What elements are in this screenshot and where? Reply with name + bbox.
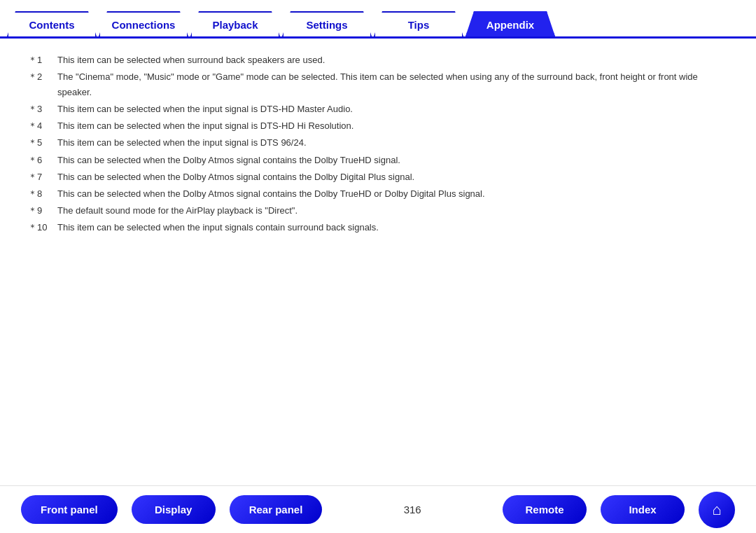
footnote-text-9: The default sound mode for the AirPlay p… <box>57 203 298 219</box>
footnote-text-3: This item can be selected when the input… <box>57 102 353 117</box>
bottom-nav-right: Remote Index ⌂ <box>503 492 735 528</box>
footnote-marker-3: ＊3 <box>28 102 57 117</box>
footnote-text-2: The "Cinema" mode, "Music" mode or "Game… <box>57 69 728 100</box>
footnote-marker-2: ＊2 <box>28 69 57 85</box>
footnote-2: ＊2 The "Cinema" mode, "Music" mode or "G… <box>28 69 728 100</box>
footnote-marker-5: ＊5 <box>28 135 57 151</box>
footnote-marker-1: ＊1 <box>28 53 57 68</box>
footnote-1: ＊1 This item can be selected when surrou… <box>28 53 728 68</box>
home-icon: ⌂ <box>712 501 721 519</box>
tab-playback[interactable]: Playback <box>190 11 280 36</box>
home-button[interactable]: ⌂ <box>699 492 735 528</box>
tab-contents[interactable]: Contents <box>7 11 97 36</box>
footnote-text-10: This item can be selected when the input… <box>57 220 379 235</box>
footnote-marker-4: ＊4 <box>28 118 57 134</box>
footnote-text-1: This item can be selected when surround … <box>57 53 325 68</box>
footnote-text-8: This can be selected when the Dolby Atmo… <box>57 186 485 202</box>
display-button[interactable]: Display <box>132 495 216 524</box>
tab-settings[interactable]: Settings <box>282 11 372 36</box>
bottom-nav-bar: Front panel Display Rear panel 316 Remot… <box>0 485 756 533</box>
main-content: ＊1 This item can be selected when surrou… <box>0 39 756 251</box>
footnote-text-5: This item can be selected when the input… <box>57 135 307 151</box>
footnote-marker-10: ＊10 <box>28 220 57 235</box>
footnote-8: ＊8 This can be selected when the Dolby A… <box>28 186 728 202</box>
page-number: 316 <box>398 504 426 515</box>
footnote-marker-7: ＊7 <box>28 169 57 185</box>
footnote-10: ＊10 This item can be selected when the i… <box>28 220 728 235</box>
footnote-marker-6: ＊6 <box>28 153 57 168</box>
rear-panel-button[interactable]: Rear panel <box>230 495 323 524</box>
tab-appendix[interactable]: Appendix <box>465 11 555 36</box>
footnote-marker-8: ＊8 <box>28 186 57 202</box>
bottom-nav-left: Front panel Display Rear panel <box>21 495 322 524</box>
footnote-9: ＊9 The default sound mode for the AirPla… <box>28 203 728 219</box>
remote-button[interactable]: Remote <box>503 495 587 524</box>
footnote-7: ＊7 This can be selected when the Dolby A… <box>28 169 728 185</box>
footnote-6: ＊6 This can be selected when the Dolby A… <box>28 153 728 168</box>
tab-bar: Contents Connections Playback Settings T… <box>0 0 756 39</box>
footnote-text-6: This can be selected when the Dolby Atmo… <box>57 153 400 168</box>
front-panel-button[interactable]: Front panel <box>21 495 118 524</box>
index-button[interactable]: Index <box>601 495 685 524</box>
footnote-4: ＊4 This item can be selected when the in… <box>28 118 728 134</box>
footnote-3: ＊3 This item can be selected when the in… <box>28 102 728 117</box>
footnote-marker-9: ＊9 <box>28 203 57 219</box>
footnote-text-7: This can be selected when the Dolby Atmo… <box>57 169 414 185</box>
footnote-text-4: This item can be selected when the input… <box>57 118 354 134</box>
tab-tips[interactable]: Tips <box>374 11 463 36</box>
tab-connections[interactable]: Connections <box>99 11 188 36</box>
footnote-5: ＊5 This item can be selected when the in… <box>28 135 728 151</box>
